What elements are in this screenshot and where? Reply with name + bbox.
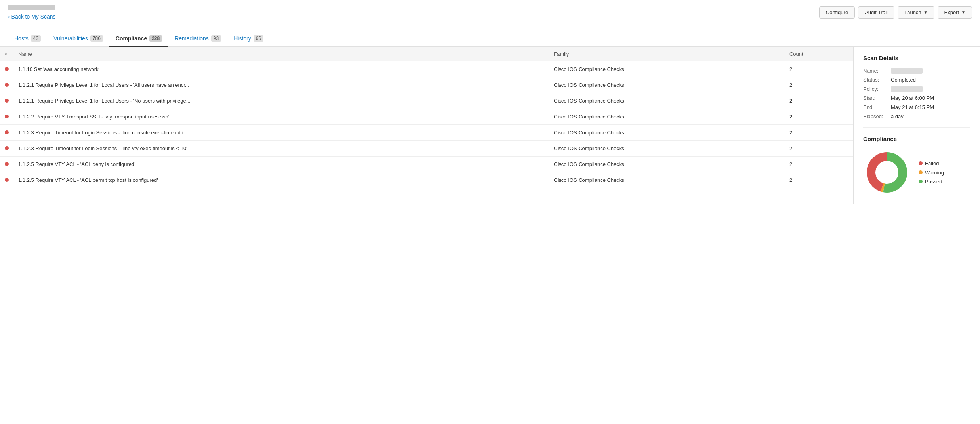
tab-bar: Hosts43Vulnerabilities786Compliance228Re… (0, 25, 980, 47)
row-family-cell: Cisco IOS Compliance Checks (549, 93, 785, 109)
tab-history-badge: 66 (254, 35, 263, 42)
row-name-cell: 1.1.2.5 Require VTY ACL - 'ACL permit tc… (13, 172, 549, 188)
tab-hosts[interactable]: Hosts43 (8, 31, 47, 47)
table-row[interactable]: 1.1.2.5 Require VTY ACL - 'ACL deny is c… (0, 157, 853, 172)
row-family-cell: Cisco IOS Compliance Checks (549, 141, 785, 157)
status-dot (5, 99, 9, 103)
tab-vulnerabilities[interactable]: Vulnerabilities786 (47, 31, 109, 47)
legend-dot-passed (919, 180, 923, 183)
export-button[interactable]: Export ▼ (938, 6, 972, 19)
header-left: Back to My Scans (8, 5, 56, 20)
status-dot (5, 115, 9, 118)
name-value (891, 68, 923, 74)
row-status-cell (0, 125, 13, 141)
row-count-cell: 2 (785, 61, 853, 77)
col-family: Family (549, 47, 785, 61)
table-row[interactable]: 1.1.2.2 Require VTY Transport SSH - 'vty… (0, 109, 853, 125)
compliance-table-area: ▾ Name Family Count 1.1.10 Set 'aaa acco… (0, 47, 853, 204)
header: Back to My Scans Configure Audit Trail L… (0, 0, 980, 25)
table-row[interactable]: 1.1.10 Set 'aaa accounting network' Cisc… (0, 61, 853, 77)
configure-button[interactable]: Configure (819, 6, 855, 19)
tab-remediations-badge: 93 (211, 35, 221, 42)
row-count-cell: 2 (785, 125, 853, 141)
end-label: End: (863, 104, 891, 110)
legend-label-failed: Failed (925, 160, 939, 166)
row-family-cell: Cisco IOS Compliance Checks (549, 77, 785, 93)
row-status-cell (0, 109, 13, 125)
tab-remediations[interactable]: Remediations93 (168, 31, 227, 47)
tab-remediations-label: Remediations (175, 35, 209, 42)
table-row[interactable]: 1.1.2.1 Require Privilege Level 1 for Lo… (0, 77, 853, 93)
sidebar-divider (863, 127, 970, 128)
row-name-cell: 1.1.2.1 Require Privilege Level 1 for Lo… (13, 77, 549, 93)
row-count-cell: 2 (785, 77, 853, 93)
table-row[interactable]: 1.1.2.5 Require VTY ACL - 'ACL permit tc… (0, 172, 853, 188)
sort-icon: ▾ (5, 52, 7, 57)
sidebar: Scan Details Name: Status: Completed Pol… (853, 47, 980, 204)
row-name-cell: 1.1.10 Set 'aaa accounting network' (13, 61, 549, 77)
detail-start-row: Start: May 20 at 6:00 PM (863, 95, 970, 101)
export-dropdown-arrow: ▼ (961, 10, 965, 15)
chart-area: FailedWarningPassed (863, 149, 970, 196)
tab-compliance-badge: 228 (149, 35, 162, 42)
back-to-scans-link[interactable]: Back to My Scans (8, 13, 56, 20)
tab-vulnerabilities-badge: 786 (90, 35, 103, 42)
legend-item-passed: Passed (919, 179, 944, 185)
row-name-cell: 1.1.2.3 Require Timeout for Login Sessio… (13, 141, 549, 157)
row-name-cell: 1.1.2.5 Require VTY ACL - 'ACL deny is c… (13, 157, 549, 172)
policy-label: Policy: (863, 86, 891, 92)
start-label: Start: (863, 95, 891, 101)
row-name-cell: 1.1.2.2 Require VTY Transport SSH - 'vty… (13, 109, 549, 125)
legend-label-passed: Passed (925, 179, 942, 185)
detail-end-row: End: May 21 at 6:15 PM (863, 104, 970, 110)
col-name: Name (13, 47, 549, 61)
elapsed-label: Elapsed: (863, 113, 891, 119)
tab-compliance[interactable]: Compliance228 (109, 31, 168, 47)
audit-trail-button[interactable]: Audit Trail (858, 6, 894, 19)
policy-value (891, 86, 923, 92)
tab-hosts-label: Hosts (14, 35, 29, 42)
tab-history[interactable]: History66 (227, 31, 270, 47)
tab-compliance-label: Compliance (116, 35, 147, 42)
detail-status-row: Status: Completed (863, 77, 970, 83)
row-family-cell: Cisco IOS Compliance Checks (549, 172, 785, 188)
table-row[interactable]: 1.1.2.3 Require Timeout for Login Sessio… (0, 125, 853, 141)
legend-item-failed: Failed (919, 160, 944, 166)
status-dot (5, 146, 9, 150)
detail-name-row: Name: (863, 68, 970, 74)
launch-button[interactable]: Launch ▼ (898, 6, 934, 19)
elapsed-value: a day (891, 113, 904, 119)
row-count-cell: 2 (785, 93, 853, 109)
status-dot (5, 162, 9, 166)
row-count-cell: 2 (785, 109, 853, 125)
name-label: Name: (863, 68, 891, 74)
chart-legend: FailedWarningPassed (919, 160, 944, 185)
tab-vulnerabilities-label: Vulnerabilities (53, 35, 88, 42)
row-status-cell (0, 77, 13, 93)
main-content: ▾ Name Family Count 1.1.10 Set 'aaa acco… (0, 47, 980, 204)
header-right: Configure Audit Trail Launch ▼ Export ▼ (819, 6, 972, 19)
table-row[interactable]: 1.1.2.1 Require Privilege Level 1 for Lo… (0, 93, 853, 109)
row-status-cell (0, 93, 13, 109)
tab-hosts-badge: 43 (31, 35, 41, 42)
launch-dropdown-arrow: ▼ (924, 10, 928, 15)
detail-policy-row: Policy: (863, 86, 970, 92)
start-value: May 20 at 6:00 PM (891, 95, 934, 101)
status-value: Completed (891, 77, 916, 83)
row-family-cell: Cisco IOS Compliance Checks (549, 125, 785, 141)
row-family-cell: Cisco IOS Compliance Checks (549, 61, 785, 77)
status-dot (5, 130, 9, 134)
row-count-cell: 2 (785, 157, 853, 172)
compliance-table: ▾ Name Family Count 1.1.10 Set 'aaa acco… (0, 47, 853, 188)
row-name-cell: 1.1.2.1 Require Privilege Level 1 for Lo… (13, 93, 549, 109)
scan-details-title: Scan Details (863, 55, 970, 61)
svg-point-4 (876, 161, 898, 183)
table-row[interactable]: 1.1.2.3 Require Timeout for Login Sessio… (0, 141, 853, 157)
col-sort[interactable]: ▾ (0, 47, 13, 61)
detail-elapsed-row: Elapsed: a day (863, 113, 970, 119)
row-family-cell: Cisco IOS Compliance Checks (549, 157, 785, 172)
compliance-chart-title: Compliance (863, 136, 970, 142)
row-count-cell: 2 (785, 172, 853, 188)
scan-title (8, 5, 55, 10)
end-value: May 21 at 6:15 PM (891, 104, 934, 110)
